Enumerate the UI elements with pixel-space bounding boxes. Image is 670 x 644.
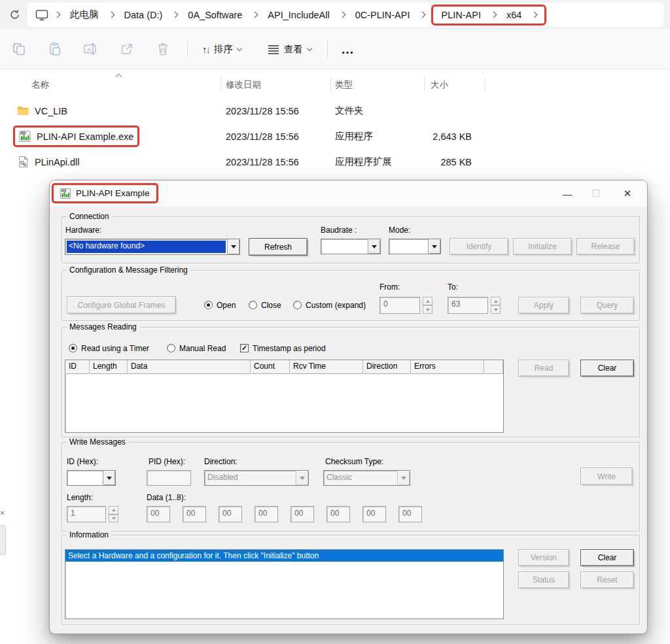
col-data[interactable]: Data bbox=[128, 360, 251, 374]
view-label: 查看 bbox=[284, 43, 303, 56]
identify-button[interactable]: Identify bbox=[450, 238, 508, 255]
data-byte-input-2[interactable]: 00 bbox=[183, 506, 206, 522]
data-byte-input-8[interactable]: 00 bbox=[398, 506, 422, 522]
write-id-combobox[interactable] bbox=[67, 470, 116, 486]
paste-icon[interactable] bbox=[46, 41, 63, 58]
data-byte-input-1[interactable]: 00 bbox=[147, 506, 170, 522]
data-byte-input-7[interactable]: 00 bbox=[362, 506, 386, 522]
clear-info-button[interactable]: Clear bbox=[580, 549, 634, 566]
combo-dropdown-icon[interactable] bbox=[428, 239, 440, 254]
from-spinner[interactable] bbox=[423, 297, 432, 314]
mode-combobox[interactable] bbox=[389, 239, 441, 254]
sort-arrows-icon: ↑↓ bbox=[202, 44, 209, 55]
pid-input[interactable] bbox=[147, 470, 191, 486]
col-direction[interactable]: Direction bbox=[363, 360, 411, 374]
open-radio[interactable] bbox=[204, 301, 213, 309]
col-id[interactable]: ID bbox=[65, 360, 90, 374]
data-byte-input-5[interactable]: 00 bbox=[291, 506, 314, 522]
write-id-value bbox=[67, 471, 103, 485]
manual-read-radio[interactable] bbox=[167, 344, 175, 352]
column-header-size[interactable]: 大小 bbox=[431, 79, 448, 91]
from-input[interactable]: 0 bbox=[379, 297, 420, 314]
breadcrumb-item[interactable]: API_IncludeAll bbox=[261, 7, 336, 23]
configure-global-frames-button[interactable]: Configure Global Frames bbox=[67, 296, 176, 314]
baudrate-combobox[interactable] bbox=[321, 239, 381, 254]
data-byte-input-3[interactable]: 00 bbox=[219, 506, 242, 522]
col-errors[interactable]: Errors bbox=[411, 360, 484, 374]
initialize-button[interactable]: Initialize bbox=[513, 238, 572, 255]
mode-value bbox=[389, 239, 428, 254]
timestamp-checkbox[interactable]: ✓ bbox=[240, 344, 249, 352]
column-header-date[interactable]: 修改日期 bbox=[226, 79, 261, 91]
to-input[interactable]: 63 bbox=[448, 297, 488, 314]
write-button[interactable]: Write bbox=[580, 467, 633, 485]
refresh-icon[interactable] bbox=[5, 5, 24, 24]
column-divider[interactable] bbox=[424, 77, 425, 92]
release-button[interactable]: Release bbox=[576, 238, 635, 255]
sort-button[interactable]: ↑↓ 排序 bbox=[202, 43, 241, 56]
view-button[interactable]: 查看 bbox=[268, 43, 311, 56]
apply-button[interactable]: Apply bbox=[518, 297, 569, 314]
reset-button[interactable]: Reset bbox=[580, 571, 634, 588]
annotation-box-breadcrumb: PLIN-API x64 bbox=[431, 5, 546, 25]
refresh-button[interactable]: Refresh bbox=[249, 238, 308, 256]
close-button[interactable]: ✕ bbox=[613, 180, 642, 207]
dialog-titlebar[interactable]: PLIN-API Example — ☐ ✕ bbox=[50, 180, 647, 207]
combo-dropdown-icon[interactable] bbox=[397, 471, 410, 485]
file-row-exe[interactable]: PLIN-API Example.exe 2023/11/28 15:56 应用… bbox=[0, 124, 670, 149]
column-header-type[interactable]: 类型 bbox=[335, 79, 353, 91]
svg-text:A: A bbox=[87, 46, 91, 53]
direction-combobox[interactable]: Disabled bbox=[204, 470, 309, 486]
breadcrumb-item[interactable]: 此电脑 bbox=[63, 6, 105, 24]
query-button[interactable]: Query bbox=[580, 297, 634, 314]
breadcrumb-item[interactable]: 0C-PLIN-API bbox=[349, 7, 417, 23]
breadcrumb-item[interactable]: PLIN-API bbox=[434, 7, 487, 23]
clear-messages-button[interactable]: Clear bbox=[580, 360, 634, 377]
col-rcv-time[interactable]: Rcv Time bbox=[290, 360, 363, 374]
data-byte-input-4[interactable]: 00 bbox=[255, 506, 278, 522]
connection-legend: Connection bbox=[67, 212, 112, 221]
chevron-right-icon bbox=[419, 12, 426, 18]
column-divider[interactable] bbox=[330, 77, 331, 92]
length-input[interactable]: 1 bbox=[67, 506, 106, 522]
maximize-button[interactable]: ☐ bbox=[582, 180, 610, 207]
breadcrumb-item[interactable]: 0A_Software bbox=[181, 7, 249, 23]
checksum-combobox[interactable]: Classic bbox=[323, 470, 410, 486]
information-listbox[interactable]: Select a Hardware and a configuration fo… bbox=[65, 549, 504, 619]
rename-icon[interactable]: A bbox=[82, 41, 99, 58]
this-pc-icon[interactable] bbox=[35, 9, 48, 21]
version-button[interactable]: Version bbox=[518, 549, 569, 566]
data-byte-input-6[interactable]: 00 bbox=[326, 506, 350, 522]
read-timer-radio[interactable] bbox=[69, 344, 77, 352]
minimize-button[interactable]: — bbox=[553, 180, 582, 207]
more-options-button[interactable]: … bbox=[341, 42, 355, 57]
combo-dropdown-icon[interactable] bbox=[296, 471, 308, 485]
combo-dropdown-icon[interactable] bbox=[368, 239, 380, 254]
close-radio[interactable] bbox=[249, 301, 257, 309]
col-length[interactable]: Length bbox=[90, 360, 128, 374]
custom-radio[interactable] bbox=[293, 301, 302, 309]
share-icon[interactable] bbox=[118, 41, 135, 58]
information-message[interactable]: Select a Hardware and a configuration fo… bbox=[65, 550, 503, 562]
file-row-dll[interactable]: PLinApi.dll 2023/11/28 15:56 应用程序扩展 285 … bbox=[0, 149, 670, 175]
copy-icon[interactable] bbox=[10, 41, 27, 58]
to-spinner[interactable] bbox=[491, 297, 501, 314]
column-header-name[interactable]: 名称 bbox=[31, 79, 49, 91]
combo-dropdown-icon[interactable] bbox=[227, 239, 239, 254]
custom-label: Custom (expand) bbox=[306, 301, 366, 310]
column-divider[interactable] bbox=[220, 77, 221, 92]
file-row-vclib[interactable]: VC_LIB 2023/11/28 15:56 文件夹 bbox=[0, 98, 670, 124]
combo-dropdown-icon[interactable] bbox=[103, 471, 115, 485]
length-spinner[interactable] bbox=[109, 506, 118, 522]
hardware-combobox[interactable]: <No hardware found> bbox=[65, 239, 240, 255]
timestamp-label: Timestamp as period bbox=[253, 344, 326, 353]
breadcrumb-item[interactable]: x64 bbox=[500, 7, 528, 23]
status-button[interactable]: Status bbox=[518, 571, 569, 588]
breadcrumb-item[interactable]: Data (D:) bbox=[118, 7, 169, 23]
dialog-title: PLIN-API Example bbox=[76, 188, 150, 198]
delete-icon[interactable] bbox=[154, 41, 171, 58]
read-button[interactable]: Read bbox=[518, 360, 569, 377]
messages-listview[interactable]: ID Length Data Count Rcv Time Direction … bbox=[65, 360, 504, 433]
col-count[interactable]: Count bbox=[251, 360, 290, 374]
column-divider[interactable] bbox=[485, 77, 485, 92]
